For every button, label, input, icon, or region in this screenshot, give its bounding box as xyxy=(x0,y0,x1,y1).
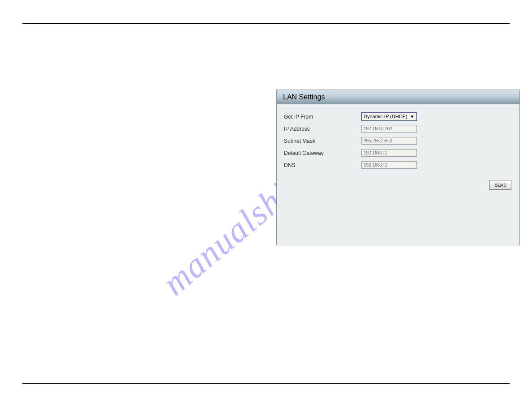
row-dns: DNS xyxy=(283,159,513,171)
row-subnet-mask: Subnet Mask xyxy=(283,135,513,147)
dns-input[interactable] xyxy=(361,161,417,169)
get-ip-from-select[interactable]: Dynamic IP (DHCP) ▼ xyxy=(361,112,417,121)
row-ip-address: IP Address xyxy=(283,123,513,135)
save-button[interactable]: Save xyxy=(489,180,511,190)
lan-settings-form: Get IP From Dynamic IP (DHCP) ▼ IP Addre… xyxy=(277,104,519,190)
chevron-down-icon: ▼ xyxy=(410,113,415,120)
bottom-rule xyxy=(22,383,510,384)
row-default-gateway: Default Gateway xyxy=(283,147,513,159)
label-get-ip-from: Get IP From xyxy=(283,114,361,120)
label-subnet-mask: Subnet Mask xyxy=(283,138,361,144)
save-row: Save xyxy=(283,180,513,190)
row-get-ip-from: Get IP From Dynamic IP (DHCP) ▼ xyxy=(283,111,513,123)
lan-settings-panel: LAN Settings Get IP From Dynamic IP (DHC… xyxy=(276,90,520,245)
panel-title: LAN Settings xyxy=(277,90,519,104)
get-ip-from-value: Dynamic IP (DHCP) xyxy=(364,113,408,120)
document-page: manualshive.com LAN Settings Get IP From… xyxy=(0,0,532,411)
ip-address-input[interactable] xyxy=(361,125,417,133)
label-dns: DNS xyxy=(283,162,361,168)
default-gateway-input[interactable] xyxy=(361,149,417,157)
subnet-mask-input[interactable] xyxy=(361,137,417,145)
top-rule xyxy=(22,23,510,24)
label-ip-address: IP Address xyxy=(283,126,361,132)
label-default-gateway: Default Gateway xyxy=(283,150,361,156)
